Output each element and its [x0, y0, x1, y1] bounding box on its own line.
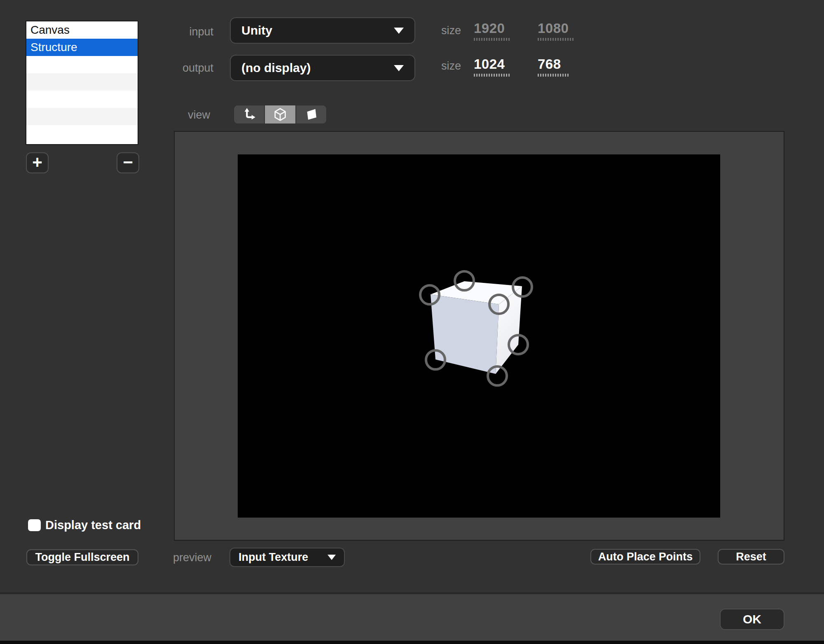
view-mode-segmented-control[interactable]: [234, 105, 327, 124]
display-test-card-checkbox[interactable]: [28, 519, 41, 531]
preview-source-value: Input Texture: [239, 551, 328, 564]
reset-button[interactable]: Reset: [718, 549, 784, 565]
input-size-width-drag-hatch[interactable]: [474, 38, 511, 41]
output-label: output: [164, 62, 213, 75]
output-device-dropdown[interactable]: (no display): [230, 55, 415, 81]
cube-preview: [238, 154, 720, 518]
layers-list[interactable]: Canvas Structure: [26, 21, 138, 145]
list-item-canvas[interactable]: Canvas: [26, 21, 138, 39]
list-empty-row: [26, 125, 138, 142]
move-arrow-icon: [241, 107, 257, 122]
plane-icon: [303, 107, 319, 122]
input-size-width-value[interactable]: 1920: [474, 21, 511, 36]
input-size-height-field[interactable]: 1080: [538, 21, 574, 41]
input-size-height-value[interactable]: 1080: [538, 21, 574, 36]
list-item-structure[interactable]: Structure: [26, 39, 138, 56]
auto-place-points-button[interactable]: Auto Place Points: [590, 549, 700, 565]
cube-icon: [272, 107, 288, 122]
remove-layer-button[interactable]: −: [117, 152, 139, 173]
output-size-height-field[interactable]: 768: [538, 56, 569, 77]
output-size-height-drag-hatch[interactable]: [538, 74, 569, 77]
window-bottom-edge: [0, 641, 824, 644]
input-size-width-field[interactable]: 1920: [474, 21, 511, 41]
output-size-width-value[interactable]: 1024: [474, 56, 511, 72]
input-label: input: [164, 26, 213, 38]
output-size-label: size: [434, 60, 461, 72]
ok-button[interactable]: OK: [720, 609, 784, 630]
dialog-footer: [0, 592, 824, 641]
input-size-label: size: [434, 24, 461, 37]
toggle-fullscreen-button[interactable]: Toggle Fullscreen: [26, 549, 138, 565]
view-mode-move-segment[interactable]: [234, 105, 264, 124]
preview-canvas[interactable]: [238, 154, 720, 518]
output-device-value: (no display): [241, 61, 394, 75]
output-size-width-field[interactable]: 1024: [474, 56, 511, 77]
list-empty-row: [26, 108, 138, 125]
input-device-value: Unity: [241, 23, 394, 37]
view-mode-plane-segment[interactable]: [295, 105, 326, 124]
view-label: view: [161, 109, 210, 121]
input-size-height-drag-hatch[interactable]: [538, 38, 574, 41]
list-empty-row: [26, 56, 138, 73]
caret-down-icon: [394, 28, 404, 34]
preview-source-dropdown[interactable]: Input Texture: [229, 548, 345, 567]
input-device-dropdown[interactable]: Unity: [230, 17, 415, 44]
caret-down-icon: [394, 65, 404, 71]
output-size-width-drag-hatch[interactable]: [474, 74, 511, 77]
preview-label: preview: [162, 551, 211, 564]
preview-frame: [174, 131, 784, 541]
view-mode-cube-segment[interactable]: [264, 105, 295, 124]
list-empty-row: [26, 91, 138, 108]
list-empty-row: [26, 73, 138, 91]
display-test-card-label: Display test card: [45, 518, 141, 532]
caret-down-icon: [328, 555, 336, 560]
add-layer-button[interactable]: +: [26, 152, 49, 173]
output-size-height-value[interactable]: 768: [538, 56, 569, 72]
